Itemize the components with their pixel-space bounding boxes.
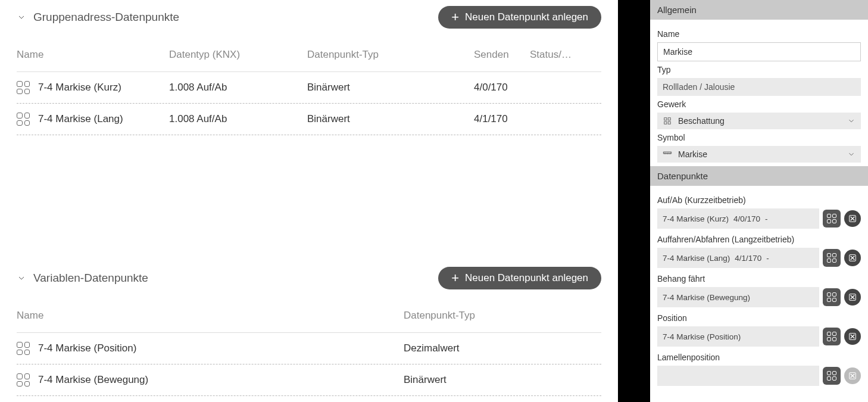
category-icon bbox=[663, 117, 672, 125]
table-row[interactable]: 7-4 Markise (Lang) 1.008 Auf/Ab Binärwer… bbox=[17, 104, 601, 135]
grid-icon bbox=[827, 214, 836, 223]
name-input[interactable] bbox=[657, 42, 861, 61]
dp-value-box[interactable]: 7-4 Markise (Kurz) 4/0/170 - bbox=[657, 208, 819, 229]
grid-icon bbox=[827, 292, 836, 302]
dp-value-box[interactable] bbox=[657, 366, 819, 386]
section-toggle-var[interactable]: Variablen-Datenpunkte bbox=[17, 272, 148, 285]
dp-assign-button[interactable] bbox=[823, 210, 841, 228]
table-row[interactable]: 7-4 Markise (Bewegung) Binärwert bbox=[17, 364, 601, 396]
side-heading-datapoints: Datenpunkte bbox=[650, 166, 868, 186]
symbol-select[interactable]: Markise bbox=[657, 146, 861, 163]
grid-icon bbox=[827, 332, 836, 341]
plus-icon: + bbox=[451, 11, 459, 24]
grid-icon bbox=[17, 342, 30, 355]
dp-delete-button[interactable] bbox=[844, 328, 861, 345]
svg-rect-2 bbox=[664, 121, 667, 124]
dp-value-box[interactable]: 7-4 Markise (Lang) 4/1/170 - bbox=[657, 248, 819, 268]
dp-value-box[interactable]: 7-4 Markise (Bewegung) bbox=[657, 287, 819, 307]
chevron-down-icon bbox=[847, 117, 855, 125]
delete-icon bbox=[848, 332, 857, 341]
symbol-label: Symbol bbox=[657, 133, 861, 142]
dp-delete-button bbox=[844, 367, 861, 384]
dp-delete-button[interactable] bbox=[844, 210, 861, 227]
dp-assign-button[interactable] bbox=[823, 288, 841, 306]
group-table-header: Name Datentyp (KNX) Datenpunkt-Typ Sende… bbox=[17, 43, 601, 72]
gewerk-label: Gewerk bbox=[657, 99, 861, 109]
side-heading-general: Allgemein bbox=[650, 0, 868, 20]
dp-delete-button[interactable] bbox=[844, 250, 861, 266]
grid-icon bbox=[17, 113, 30, 126]
type-label: Typ bbox=[657, 65, 861, 74]
table-row[interactable]: 7-4 Markise (Kurz) 1.008 Auf/Ab Binärwer… bbox=[17, 72, 601, 104]
dp-assign-button[interactable] bbox=[823, 328, 841, 345]
awning-icon bbox=[663, 150, 672, 158]
delete-icon bbox=[848, 371, 857, 381]
dp-label: Auffahren/Abfahren (Langzeitbetrieb) bbox=[657, 235, 861, 244]
dp-value-box[interactable]: 7-4 Markise (Position) bbox=[657, 326, 819, 347]
new-var-datapoint-button[interactable]: + Neuen Datenpunkt anlegen bbox=[438, 267, 601, 289]
grid-icon bbox=[17, 373, 30, 387]
dp-label: Behang fährt bbox=[657, 274, 861, 283]
dp-assign-button[interactable] bbox=[823, 367, 841, 385]
var-table-header: Name Datenpunkt-Typ bbox=[17, 304, 601, 333]
section-title-group: Gruppenadress-Datenpunkte bbox=[33, 11, 179, 24]
dp-delete-button[interactable] bbox=[844, 289, 861, 306]
name-label: Name bbox=[657, 29, 861, 39]
gewerk-select[interactable]: Beschattung bbox=[657, 113, 861, 129]
new-group-datapoint-button[interactable]: + Neuen Datenpunkt anlegen bbox=[438, 6, 601, 29]
table-row[interactable]: 7-4 Markise (Position) Dezimalwert bbox=[17, 333, 601, 364]
chevron-down-icon bbox=[847, 150, 855, 158]
section-toggle-group[interactable]: Gruppenadress-Datenpunkte bbox=[17, 11, 179, 24]
svg-rect-1 bbox=[668, 118, 670, 120]
svg-rect-0 bbox=[664, 118, 667, 120]
delete-icon bbox=[848, 253, 857, 263]
plus-icon: + bbox=[451, 272, 459, 285]
dp-label: Lamellenposition bbox=[657, 353, 861, 362]
grid-icon bbox=[827, 253, 836, 263]
svg-rect-3 bbox=[668, 121, 670, 124]
section-title-var: Variablen-Datenpunkte bbox=[33, 272, 148, 285]
dp-label: Position bbox=[657, 313, 861, 323]
dp-label: Auf/Ab (Kurzzeitbetrieb) bbox=[657, 195, 861, 205]
type-value: Rollladen / Jalousie bbox=[657, 78, 861, 96]
delete-icon bbox=[848, 214, 857, 223]
grid-icon bbox=[827, 371, 836, 381]
grid-icon bbox=[17, 81, 30, 94]
dp-assign-button[interactable] bbox=[823, 249, 841, 267]
delete-icon bbox=[848, 292, 857, 302]
